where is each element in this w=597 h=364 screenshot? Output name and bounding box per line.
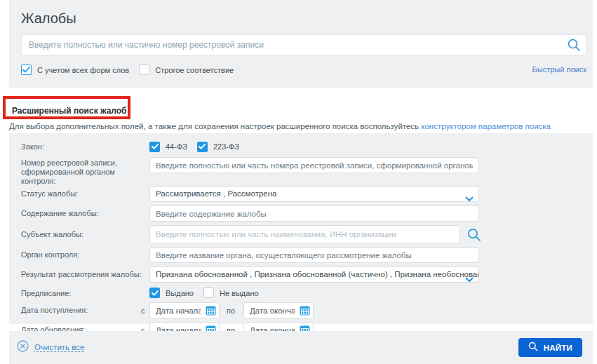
result-value: Признана обоснованной , Признана обоснов…: [156, 270, 479, 278]
advanced-search-title: Расширенный поиск жалоб: [12, 106, 127, 116]
word-forms-label: С учетом всех форм слов: [37, 66, 129, 74]
search-icon: [528, 342, 538, 353]
search-options-row: С учетом всех форм слов Строгое соответс…: [21, 65, 586, 75]
subject-search-button[interactable]: [467, 227, 481, 242]
annotation-box: Расширенный поиск жалоб: [3, 96, 130, 119]
chevron-down-icon: [465, 192, 474, 202]
prescription-not-issued-label: Не выдано: [220, 289, 259, 297]
receipt-date-label: Дата поступления:: [21, 306, 141, 315]
registry-search-field: [21, 34, 586, 55]
status-select[interactable]: Рассматривается , Рассмотрена: [149, 186, 479, 202]
subject-label: Субъект жалобы:: [21, 225, 149, 239]
clear-circle-x-icon: [17, 340, 29, 355]
law-label: Закон:: [21, 142, 149, 151]
description-text: Для выбора дополнительных полей, а также…: [9, 122, 421, 130]
form-row-result: Результат рассмотрения жалобы: Признана …: [21, 267, 593, 286]
result-label: Результат рассмотрения жалобы:: [21, 267, 149, 279]
strict-match-checkbox[interactable]: Строгое соответствие: [139, 65, 234, 75]
law-44fz-checkbox[interactable]: 44-ФЗ: [149, 142, 187, 152]
date-to-prefix: по: [227, 306, 236, 315]
form-row-subject: Субъект жалобы:: [21, 225, 593, 247]
checkbox-icon: [149, 142, 160, 152]
form-row-content: Содержание жалобы:: [21, 205, 593, 225]
prescription-label: Предписание:: [21, 288, 149, 298]
find-button[interactable]: НАЙТИ: [518, 338, 582, 357]
control-body-input[interactable]: [149, 247, 479, 263]
law-223fz-label: 223-ФЗ: [213, 142, 239, 151]
checkbox-icon: [203, 288, 214, 298]
search-button[interactable]: [567, 38, 581, 52]
search-params-constructor-link[interactable]: конструктором параметров поиска: [421, 122, 551, 130]
subject-input[interactable]: [149, 225, 460, 243]
content-input[interactable]: [149, 205, 479, 222]
status-value: Рассматривается , Рассмотрена: [156, 189, 276, 198]
search-icon: [567, 43, 581, 54]
checkbox-icon: [139, 65, 149, 75]
registry-number-input[interactable]: [149, 157, 479, 173]
advanced-search-form: Закон: 44-ФЗ 223-ФЗ Номер реестровой зап…: [9, 133, 593, 324]
checkbox-icon: [149, 288, 160, 298]
form-row-registry-number: Номер реестровой записи, сформированной …: [21, 157, 593, 186]
result-select[interactable]: Признана обоснованной , Признана обоснов…: [149, 267, 479, 283]
control-body-label: Орган контроля:: [21, 247, 149, 259]
find-button-label: НАЙТИ: [544, 344, 572, 352]
calendar-icon[interactable]: [300, 305, 310, 318]
form-row-receipt-date: Дата поступления: с по: [21, 302, 593, 318]
date-from-prefix: с: [141, 306, 149, 315]
form-actions-footer: Очистить все НАЙТИ: [9, 331, 593, 364]
form-row-control-body: Орган контроля:: [21, 247, 593, 267]
prescription-issued-label: Выдано: [166, 289, 194, 297]
form-row-law: Закон: 44-ФЗ 223-ФЗ: [21, 140, 593, 154]
checkbox-icon: [197, 142, 208, 152]
clear-all-link[interactable]: Очистить все: [17, 340, 84, 355]
status-label: Статус жалобы:: [21, 186, 149, 198]
registry-search-input[interactable]: [21, 34, 586, 55]
form-row-prescription: Предписание: Выдано Не выдано: [21, 286, 593, 299]
clear-all-label: Очистить все: [34, 343, 84, 352]
form-row-status: Статус жалобы: Рассматривается , Рассмот…: [21, 186, 593, 205]
prescription-not-issued-checkbox[interactable]: Не выдано: [203, 288, 259, 298]
strict-match-label: Строгое соответствие: [155, 66, 234, 74]
content-label: Содержание жалобы:: [21, 205, 149, 218]
word-forms-checkbox[interactable]: С учетом всех форм слов: [21, 65, 129, 75]
registry-number-label: Номер реестровой записи, сформированной …: [21, 157, 149, 186]
chevron-down-icon: [465, 273, 474, 283]
law-223fz-checkbox[interactable]: 223-ФЗ: [197, 142, 239, 152]
page-title: Жалобы: [21, 11, 582, 27]
checkbox-icon: [21, 65, 32, 75]
search-panel: Жалобы С учетом всех форм слов Строгое с…: [9, 0, 593, 88]
advanced-search-description: Для выбора дополнительных полей, а также…: [9, 122, 591, 130]
calendar-icon[interactable]: [206, 305, 216, 318]
prescription-issued-checkbox[interactable]: Выдано: [149, 288, 194, 298]
law-44fz-label: 44-ФЗ: [166, 142, 187, 151]
search-icon: [467, 234, 481, 244]
quick-search-link[interactable]: Быстрый поиск: [532, 65, 586, 74]
